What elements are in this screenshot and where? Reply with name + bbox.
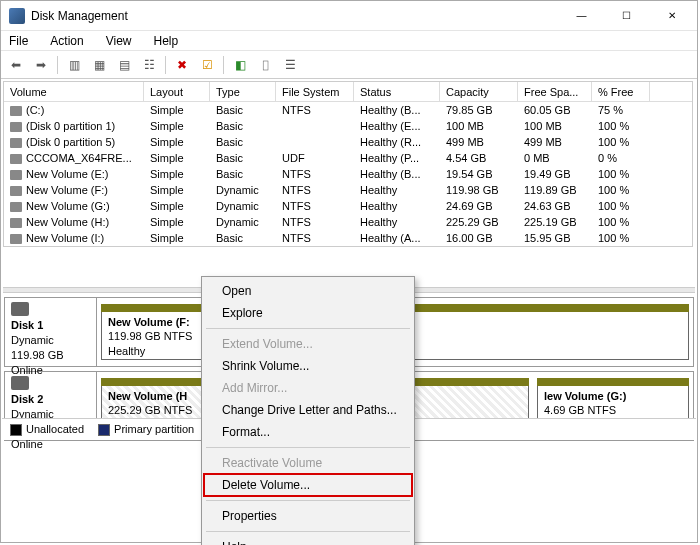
table-row[interactable]: (C:)SimpleBasicNTFSHealthy (B...79.85 GB…: [4, 102, 692, 118]
forward-icon[interactable]: ➡: [30, 54, 52, 76]
panel-icon[interactable]: ▥: [63, 54, 85, 76]
ctx-mirror: Add Mirror...: [204, 377, 412, 399]
disk-management-window: Disk Management — ☐ ✕ File Action View H…: [0, 0, 698, 543]
menu-action[interactable]: Action: [46, 33, 87, 49]
col-volume[interactable]: Volume: [4, 82, 144, 101]
col-capacity[interactable]: Capacity: [440, 82, 518, 101]
maximize-button[interactable]: ☐: [604, 2, 649, 30]
menu-view[interactable]: View: [102, 33, 136, 49]
ctx-shrink[interactable]: Shrink Volume...: [204, 355, 412, 377]
volume-icon: [10, 122, 22, 132]
ctx-properties[interactable]: Properties: [204, 505, 412, 527]
ctx-delete-volume[interactable]: Delete Volume...: [204, 474, 412, 496]
volume-icon: [10, 234, 22, 244]
table-row[interactable]: (Disk 0 partition 1)SimpleBasicHealthy (…: [4, 118, 692, 134]
legend-primary: Primary partition: [98, 423, 194, 436]
disk-icon: [11, 302, 29, 316]
ctx-open[interactable]: Open: [204, 280, 412, 302]
table-row[interactable]: (Disk 0 partition 5)SimpleBasicHealthy (…: [4, 134, 692, 150]
volume-icon: [10, 186, 22, 196]
menubar: File Action View Help: [1, 31, 697, 51]
table-row[interactable]: CCCOMA_X64FRE...SimpleBasicUDFHealthy (P…: [4, 150, 692, 166]
table-row[interactable]: New Volume (G:)SimpleDynamicNTFSHealthy2…: [4, 198, 692, 214]
volume-icon: [10, 170, 22, 180]
col-free[interactable]: Free Spa...: [518, 82, 592, 101]
ctx-help[interactable]: Help: [204, 536, 412, 545]
table-row[interactable]: New Volume (F:)SimpleDynamicNTFSHealthy1…: [4, 182, 692, 198]
docs-icon[interactable]: ☰: [279, 54, 301, 76]
menu-help[interactable]: Help: [150, 33, 183, 49]
volume-icon: [10, 154, 22, 164]
table-row[interactable]: New Volume (H:)SimpleDynamicNTFSHealthy2…: [4, 214, 692, 230]
new-icon[interactable]: ◧: [229, 54, 251, 76]
volume-icon: [10, 202, 22, 212]
volume-icon: [10, 106, 22, 116]
disk-icon[interactable]: ⌷: [254, 54, 276, 76]
col-percent[interactable]: % Free: [592, 82, 650, 101]
settings-icon[interactable]: ☷: [138, 54, 160, 76]
context-menu: Open Explore Extend Volume... Shrink Vol…: [201, 276, 415, 545]
minimize-button[interactable]: —: [559, 2, 604, 30]
volume-header-row: Volume Layout Type File System Status Ca…: [4, 82, 692, 102]
close-button[interactable]: ✕: [649, 2, 695, 30]
window-title: Disk Management: [31, 9, 559, 23]
ctx-extend: Extend Volume...: [204, 333, 412, 355]
ctx-drive-letter[interactable]: Change Drive Letter and Paths...: [204, 399, 412, 421]
col-status[interactable]: Status: [354, 82, 440, 101]
back-icon[interactable]: ⬅: [5, 54, 27, 76]
table-row[interactable]: New Volume (I:)SimpleBasicNTFSHealthy (A…: [4, 230, 692, 246]
volume-icon: [10, 138, 22, 148]
col-type[interactable]: Type: [210, 82, 276, 101]
ctx-format[interactable]: Format...: [204, 421, 412, 443]
menu-file[interactable]: File: [5, 33, 32, 49]
toolbar: ⬅ ➡ ▥ ▦ ▤ ☷ ✖ ☑ ◧ ⌷ ☰: [1, 51, 697, 79]
table-row[interactable]: New Volume (E:)SimpleBasicNTFSHealthy (B…: [4, 166, 692, 182]
list-icon[interactable]: ▤: [113, 54, 135, 76]
ctx-reactivate: Reactivate Volume: [204, 452, 412, 474]
disk-icon: [11, 376, 29, 390]
col-layout[interactable]: Layout: [144, 82, 210, 101]
ctx-explore[interactable]: Explore: [204, 302, 412, 324]
volume-icon: [10, 218, 22, 228]
refresh-table-icon[interactable]: ▦: [88, 54, 110, 76]
check-icon[interactable]: ☑: [196, 54, 218, 76]
volume-list: Volume Layout Type File System Status Ca…: [3, 81, 693, 247]
titlebar: Disk Management — ☐ ✕: [1, 1, 697, 31]
legend-unallocated: Unallocated: [10, 423, 84, 436]
disk-header[interactable]: Disk 1Dynamic119.98 GBOnline: [5, 298, 97, 366]
delete-icon[interactable]: ✖: [171, 54, 193, 76]
app-icon: [9, 8, 25, 24]
col-fs[interactable]: File System: [276, 82, 354, 101]
